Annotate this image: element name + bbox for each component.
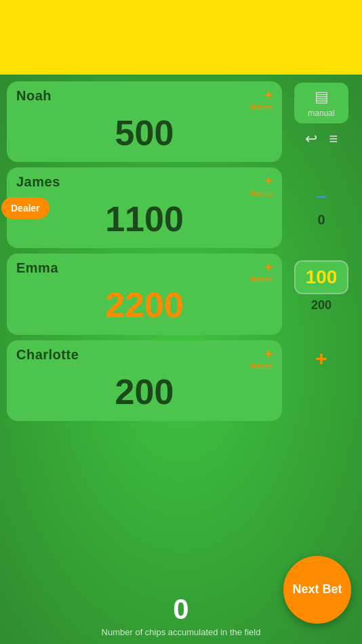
manual-icon: ▤	[315, 88, 329, 106]
noah-name: Noah	[16, 88, 52, 104]
emma-top-right: + 0times	[251, 260, 273, 283]
noah-row: Noah + 0times 500 ▤ manual ↩ ≡	[7, 81, 355, 162]
counter-value: 0	[317, 212, 325, 228]
emma-chips: 2200	[16, 286, 273, 325]
charlotte-plus-button[interactable]: +	[264, 347, 273, 361]
emma-card: Emma + 0times 2200	[7, 254, 282, 334]
total-chips: 0	[173, 593, 188, 626]
charlotte-card-header: Charlotte + 0times	[16, 347, 273, 370]
james-card-header: James + 0times	[16, 174, 273, 197]
noah-card-header: Noah + 0times	[16, 88, 273, 111]
dealer-badge: Dealer	[1, 197, 49, 219]
chip-input-box[interactable]: 100	[294, 260, 348, 294]
emma-right-panel: 100 200	[287, 254, 355, 334]
charlotte-large-plus-button[interactable]: +	[315, 347, 327, 370]
noah-times: 0times	[251, 103, 273, 111]
charlotte-chips: 200	[16, 373, 273, 411]
james-top-right: + 0times	[251, 174, 273, 197]
yellow-header	[0, 0, 362, 75]
noah-plus-button[interactable]: +	[264, 88, 273, 102]
james-plus-button[interactable]: +	[264, 174, 273, 188]
minus-button[interactable]: −	[316, 188, 327, 207]
chip-sub-value: 200	[311, 298, 331, 313]
james-times: 0times	[251, 189, 273, 197]
emma-plus-button[interactable]: +	[264, 260, 273, 274]
charlotte-right-panel: +	[287, 340, 355, 421]
james-card: Dealer James + 0times 1100	[7, 167, 282, 248]
undo-button[interactable]: ↩	[302, 127, 320, 150]
noah-chips: 500	[16, 114, 273, 153]
charlotte-times: 0times	[251, 362, 273, 370]
james-right-panel: − 0	[287, 167, 355, 248]
noah-card: Noah + 0times 500	[7, 81, 282, 162]
james-name: James	[16, 174, 60, 190]
emma-times: 0times	[251, 275, 273, 283]
charlotte-top-right: + 0times	[251, 347, 273, 370]
noah-right-panel: ▤ manual ↩ ≡	[287, 81, 355, 162]
noah-top-right: + 0times	[251, 88, 273, 111]
emma-name: Emma	[16, 260, 58, 276]
james-row: Dealer James + 0times 1100 − 0	[7, 167, 355, 248]
charlotte-card: Charlotte + 0times 200	[7, 340, 282, 421]
charlotte-name: Charlotte	[16, 347, 79, 363]
total-label: Number of chips accumulated in the field	[102, 627, 261, 637]
icon-row: ↩ ≡	[302, 127, 341, 150]
list-button[interactable]: ≡	[327, 127, 341, 150]
emma-row: Emma + 0times 2200 100 200	[7, 254, 355, 334]
emma-card-header: Emma + 0times	[16, 260, 273, 283]
charlotte-row: Charlotte + 0times 200 +	[7, 340, 355, 421]
chip-input-value: 100	[306, 266, 338, 288]
manual-button[interactable]: ▤ manual	[294, 83, 348, 123]
manual-label: manual	[308, 108, 334, 118]
next-bet-button[interactable]: Next Bet	[283, 556, 351, 624]
james-chips: 1100	[16, 200, 273, 239]
main-area: Noah + 0times 500 ▤ manual ↩ ≡ Dealer	[0, 75, 362, 644]
